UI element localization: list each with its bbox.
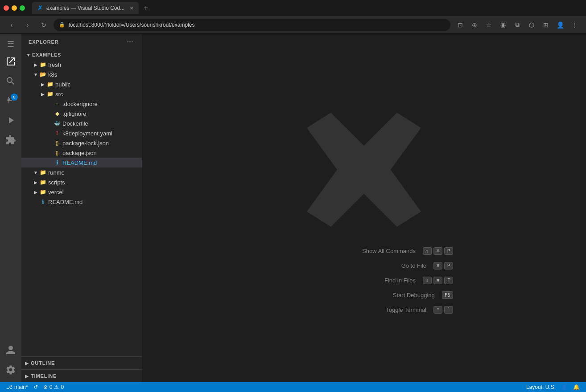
src-label: src [55, 91, 63, 98]
new-tab-button[interactable]: + [140, 3, 151, 13]
start-debug-label: Start Debugging [275, 292, 435, 298]
tree-item-public[interactable]: ▶ 📁 public [21, 79, 142, 89]
sidebar-toggle-icon[interactable]: ⊞ [540, 19, 552, 31]
bookmarks-icon[interactable]: ⊡ [454, 19, 466, 31]
remote-item[interactable]: 👤 [558, 384, 570, 390]
user-profile-icon[interactable]: 👤 [554, 19, 566, 31]
bookmark-star-icon[interactable]: ☆ [483, 19, 495, 31]
tree-item-vercel[interactable]: ▶ 📁 vercel [21, 187, 142, 197]
key-cmd3: ⌘ [433, 277, 442, 284]
find-files-label: Find in Files [275, 277, 416, 284]
key-f5: F5 [442, 291, 453, 299]
branch-item[interactable]: ⎇ main* [4, 382, 31, 392]
activity-source-control[interactable]: 5 [2, 92, 20, 110]
key-p: P [444, 247, 453, 255]
back-button[interactable]: ‹ [5, 19, 18, 31]
explorer-actions: ··· [126, 37, 135, 46]
tree-item-fresh[interactable]: ▶ 📁 fresh [21, 60, 142, 69]
browser-actions: ⊡ ⊕ ☆ ◉ ⧉ ⬡ ⊞ 👤 ⋮ [454, 19, 581, 31]
outline-panel: ▶ OUTLINE [21, 356, 142, 369]
notification-item[interactable]: 🔔 [570, 384, 582, 390]
tab-vscode-icon: ✗ [37, 4, 43, 12]
vercel-arrow-icon: ▶ [32, 188, 39, 196]
src-folder-icon: 📁 [46, 90, 54, 98]
tree-item-readme-k8s[interactable]: ▶ ℹ README.md [21, 158, 142, 167]
browser-chrome: ✗ examples — Visual Studio Cod... ✕ + ‹ … [0, 0, 586, 34]
key-cmd: ⌘ [433, 247, 442, 255]
vercel-label: vercel [48, 189, 64, 196]
profile-icon[interactable]: ◉ [497, 19, 509, 31]
pkglock-icon: {} [54, 139, 61, 147]
run-icon [5, 115, 16, 126]
warning-icon: ⚠ [54, 384, 59, 390]
key-f: F [444, 277, 453, 284]
error-count: 0 [50, 384, 53, 390]
layout-item[interactable]: Layout: U.S. [524, 384, 558, 390]
activity-extensions[interactable] [2, 131, 20, 149]
vercel-folder-icon: 📁 [39, 188, 46, 196]
tree-item-pkg[interactable]: ▶ {} package.json [21, 148, 142, 158]
timeline-header[interactable]: ▶ TIMELINE [21, 370, 142, 382]
dockerignore-label: .dockerignore [62, 101, 98, 107]
explorer-header: EXPLORER ··· [21, 34, 142, 50]
runme-label: runme [48, 169, 65, 176]
browser-tabs: ✗ examples — Visual Studio Cod... ✕ + [0, 0, 586, 16]
menu-icon[interactable]: ⋮ [568, 19, 581, 31]
address-bar[interactable]: 🔒 localhost:8000/?folder=/Users/sourishk… [54, 19, 450, 31]
activity-run[interactable] [2, 111, 20, 129]
tree-item-src[interactable]: ▶ 📁 src [21, 89, 142, 99]
key-cmd2: ⌘ [433, 262, 442, 270]
activity-search[interactable] [2, 72, 20, 90]
hamburger-menu[interactable]: ☰ [0, 37, 21, 51]
close-button[interactable] [4, 5, 9, 11]
search-icon [5, 76, 16, 86]
tree-root-folder[interactable]: ▼ EXAMPLES [21, 50, 142, 60]
tree-item-scripts[interactable]: ▶ 📁 scripts [21, 177, 142, 187]
readme-k8s-icon: ℹ [54, 159, 61, 166]
tree-item-runme[interactable]: ▼ 📁 runme [21, 167, 142, 177]
dockerfile-label: Dockerfile [62, 120, 88, 127]
tab-close-button[interactable]: ✕ [130, 6, 133, 11]
k8s-folder-icon: 📂 [39, 71, 46, 78]
start-debug-keys: F5 [442, 291, 453, 299]
explorer-more-button[interactable]: ··· [126, 37, 135, 46]
minimize-button[interactable] [12, 5, 17, 11]
tree-item-pkglock[interactable]: ▶ {} package-lock.json [21, 138, 142, 148]
branch-name: main* [14, 384, 28, 390]
vscode-container: ☰ 5 [0, 34, 586, 382]
remote-icon: 👤 [561, 384, 568, 390]
reload-button[interactable]: ↻ [37, 19, 50, 31]
main-area: Show All Commands ⇧ ⌘ P Go to File ⌘ P [142, 34, 586, 382]
puzzle-icon[interactable]: ⬡ [525, 19, 538, 31]
gitignore-icon: ◆ [54, 110, 61, 117]
command-start-debug: Start Debugging F5 [275, 291, 453, 299]
pkg-icon: {} [54, 149, 61, 156]
forward-button[interactable]: › [21, 19, 34, 31]
status-bar: ⎇ main* ↺ ⊗ 0 ⚠ 0 Layout: U.S. 👤 🔔 [0, 382, 586, 392]
tree-item-dockerignore[interactable]: ▶ ≡ .dockerignore [21, 99, 142, 109]
command-show-all: Show All Commands ⇧ ⌘ P [275, 247, 453, 255]
sync-item[interactable]: ↺ [31, 382, 41, 392]
scripts-folder-icon: 📁 [39, 179, 46, 186]
zoom-icon[interactable]: ⊕ [468, 19, 481, 31]
tree-item-k8s[interactable]: ▼ 📂 k8s [21, 69, 142, 79]
warning-count: 0 [61, 384, 64, 390]
activity-explorer[interactable] [2, 53, 20, 70]
key-p2: P [444, 262, 453, 270]
tree-item-gitignore[interactable]: ▶ ◆ .gitignore [21, 109, 142, 118]
active-tab[interactable]: ✗ examples — Visual Studio Cod... ✕ [32, 2, 139, 14]
errors-item[interactable]: ⊗ 0 ⚠ 0 [41, 382, 66, 392]
extension-icon[interactable]: ⧉ [511, 19, 524, 31]
activity-account[interactable] [2, 341, 20, 359]
key-ctrl: ⌃ [433, 306, 442, 314]
tree-item-k8deployment[interactable]: ▶ ! k8deployment.yaml [21, 128, 142, 138]
public-label: public [55, 81, 70, 88]
maximize-button[interactable] [20, 5, 25, 11]
outline-header[interactable]: ▶ OUTLINE [21, 357, 142, 369]
command-toggle-terminal: Toggle Terminal ⌃ ` [275, 306, 453, 314]
hamburger-icon: ☰ [7, 39, 14, 49]
tree-item-readme-root[interactable]: ▶ ℹ README.md [21, 197, 142, 207]
activity-settings[interactable] [2, 361, 20, 379]
activity-bar: ☰ 5 [0, 34, 21, 382]
tree-item-dockerfile[interactable]: ▶ 🐳 Dockerfile [21, 118, 142, 128]
